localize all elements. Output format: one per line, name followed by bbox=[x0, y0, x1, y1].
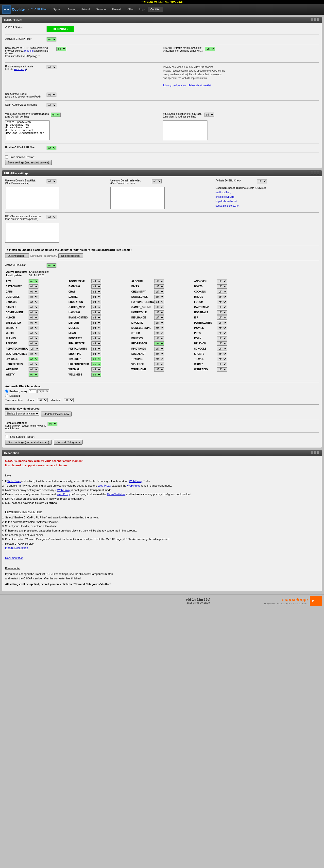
cat-webmail-toggle[interactable]: offon bbox=[92, 367, 101, 372]
cat-insurance-toggle[interactable]: offon bbox=[154, 315, 164, 320]
cat-bikes-toggle[interactable]: offon bbox=[154, 284, 164, 288]
cat-dating-toggle[interactable]: offon bbox=[92, 295, 101, 299]
web-proxy-link-4[interactable]: Web Proxy bbox=[127, 484, 140, 487]
hours-select[interactable]: 23 bbox=[38, 398, 47, 402]
web-proxy-link-2[interactable]: Web Proxy bbox=[129, 480, 142, 483]
cat-drugs-toggle[interactable]: offon bbox=[217, 295, 227, 299]
cat-lingerie-toggle[interactable]: offon bbox=[154, 321, 164, 325]
cat-music-toggle[interactable]: offon bbox=[29, 331, 38, 335]
cat-ringtones-toggle[interactable]: offon bbox=[154, 347, 164, 351]
cat-games-online-toggle[interactable]: offon bbox=[154, 305, 164, 309]
web-proxy-link-5[interactable]: Web Proxy bbox=[57, 489, 70, 492]
cat-planes-toggle[interactable]: offon bbox=[29, 336, 38, 340]
minutes-select[interactable]: 00 bbox=[64, 398, 74, 402]
cat-webphone-toggle[interactable]: offon bbox=[154, 367, 164, 372]
cat-fortunetelling-toggle[interactable]: offon bbox=[154, 300, 164, 304]
domain-blacklist-textarea[interactable] bbox=[5, 187, 59, 209]
cat-isp-toggle[interactable]: offon bbox=[217, 315, 227, 320]
cat-cars-toggle[interactable]: offon bbox=[29, 289, 38, 294]
dnsbl-link-2[interactable]: http.dnsbl.sorbs.net bbox=[216, 200, 237, 203]
cat-alcohol-toggle[interactable]: offon bbox=[154, 279, 164, 283]
auto-update-interval-input[interactable] bbox=[29, 389, 36, 393]
web-proxy-link-1[interactable]: Web Proxy bbox=[7, 480, 21, 483]
privacy-bookmarklet-link[interactable]: Privacy bookmarklet bbox=[188, 84, 211, 87]
url-filter-toggle[interactable]: onoff bbox=[46, 146, 57, 150]
cat-models-toggle[interactable]: offon bbox=[92, 326, 101, 330]
nav-services[interactable]: Services bbox=[94, 7, 109, 12]
auto-update-disabled-radio[interactable] bbox=[5, 394, 8, 397]
deny-http-toggle[interactable]: onoff bbox=[57, 46, 66, 51]
cat-military-toggle[interactable]: offon bbox=[29, 326, 38, 330]
cat-boats-toggle[interactable]: offon bbox=[217, 284, 227, 288]
url-filter-src-textarea[interactable] bbox=[5, 223, 59, 243]
cat-sports-toggle[interactable]: offon bbox=[217, 352, 227, 356]
cat-wellness-toggle[interactable]: onoff bbox=[92, 373, 101, 377]
cat-downloads-toggle[interactable]: offon bbox=[154, 295, 164, 299]
icap-save-button[interactable]: Save settings (and restart service) bbox=[5, 160, 52, 165]
cat-trading-toggle[interactable]: offon bbox=[154, 357, 164, 361]
cat-tracker-toggle[interactable]: onoff bbox=[92, 357, 101, 361]
nav-network[interactable]: Network bbox=[78, 7, 93, 12]
phishing-link[interactable]: phishing bbox=[24, 50, 34, 52]
dnsbl-link-0[interactable]: multi.surbl.org bbox=[216, 191, 231, 194]
download-source-select[interactable]: Shalla's Blacklist (private) bbox=[5, 411, 39, 416]
web-proxy-link-3[interactable]: Web Proxy bbox=[98, 484, 111, 487]
cat-schools-toggle[interactable]: offon bbox=[217, 347, 227, 351]
picture-desc-link[interactable]: Picture Description bbox=[5, 546, 28, 549]
auto-update-enabled-radio[interactable] bbox=[5, 390, 8, 393]
cat-travel-toggle[interactable]: offon bbox=[217, 357, 227, 361]
cat-remotecontrol-toggle[interactable]: offon bbox=[29, 347, 39, 351]
cat-shopping-toggle[interactable]: offon bbox=[92, 352, 101, 356]
nav-status[interactable]: Status bbox=[65, 7, 78, 12]
browse-button[interactable]: Durchsuchen... bbox=[5, 253, 29, 258]
cat-humor-toggle[interactable]: offon bbox=[29, 315, 38, 320]
url-filter-src-toggle[interactable]: offon bbox=[46, 215, 57, 219]
web-proxy-link-6[interactable]: Web Proxy bbox=[57, 493, 70, 496]
cat-anonvpn-toggle[interactable]: offon bbox=[217, 279, 227, 283]
nav-firewall[interactable]: Firewall bbox=[109, 7, 124, 12]
domain-whitelist-textarea[interactable] bbox=[110, 187, 165, 209]
update-blacklist-button[interactable]: Update Blacklist now bbox=[41, 411, 72, 416]
cat-moneylending-toggle[interactable]: offon bbox=[154, 326, 164, 330]
cat-forum-toggle[interactable]: offon bbox=[217, 300, 227, 304]
icap-skip-restart-checkbox[interactable] bbox=[5, 155, 8, 158]
cat-martialarts-toggle[interactable]: offon bbox=[217, 321, 227, 325]
cat-government-toggle[interactable]: offon bbox=[29, 310, 38, 314]
cat-searchengines-toggle[interactable]: offon bbox=[29, 352, 38, 356]
cat-homestyle-toggle[interactable]: offon bbox=[154, 310, 164, 314]
cat-other-toggle[interactable]: offon bbox=[154, 331, 164, 335]
cat-hacking-toggle[interactable]: offon bbox=[92, 310, 101, 314]
cat-education-toggle[interactable]: offon bbox=[92, 300, 101, 304]
cat-astronomy-toggle[interactable]: offon bbox=[29, 284, 38, 288]
cat-dynamic-toggle[interactable]: offon bbox=[29, 300, 38, 304]
cat-politics-toggle[interactable]: offon bbox=[154, 336, 164, 340]
cat-chat-toggle[interactable]: offon bbox=[92, 289, 101, 294]
nav-system[interactable]: System bbox=[51, 7, 65, 12]
cat-movies-toggle[interactable]: offon bbox=[217, 326, 227, 330]
domain-whitelist-toggle[interactable]: offon bbox=[152, 179, 161, 183]
nav-vpns[interactable]: VPNs bbox=[124, 7, 136, 12]
eicar-link[interactable]: Eicar-Testivirus bbox=[107, 493, 125, 496]
virus-scan-dest-textarea[interactable]: .avira-update.com db.de.clamav.net db.en… bbox=[5, 121, 49, 140]
url-filter-skip-restart-checkbox[interactable] bbox=[5, 435, 8, 438]
cat-chemistry-toggle[interactable]: offon bbox=[154, 289, 164, 294]
cat-aggressive-toggle[interactable]: offon bbox=[92, 279, 101, 283]
dnsbl-link-1[interactable]: dnsbl.proxybl.org bbox=[216, 195, 234, 198]
cat-updatesites-toggle[interactable]: offon bbox=[29, 362, 38, 366]
cat-realestate-toggle[interactable]: offon bbox=[92, 341, 101, 346]
privacy-config-link[interactable]: Privacy configuration bbox=[163, 84, 186, 87]
cat-spyware-toggle[interactable]: onoff bbox=[29, 357, 38, 361]
cat-library-toggle[interactable]: offon bbox=[92, 321, 101, 325]
template-settings-toggle[interactable]: onoff bbox=[47, 422, 58, 426]
cat-adv-toggle[interactable]: onoff bbox=[29, 279, 38, 283]
cat-jobsearch-toggle[interactable]: offon bbox=[29, 321, 38, 325]
scan-av-toggle[interactable]: offon bbox=[46, 103, 57, 107]
domain-blacklist-toggle[interactable]: offon bbox=[46, 179, 57, 183]
cat-gardening-toggle[interactable]: offon bbox=[217, 305, 227, 309]
cat-regressor-toggle[interactable]: onoff bbox=[154, 341, 164, 346]
web-proxy-link[interactable]: Web Proxy bbox=[14, 68, 26, 71]
dnsbl-link-3[interactable]: socks.dnsbl.sorbs.net bbox=[216, 205, 239, 207]
activate-filter-toggle[interactable]: onoff bbox=[46, 37, 57, 41]
cat-porn-toggle[interactable]: offon bbox=[217, 336, 227, 340]
transparent-toggle[interactable]: offon bbox=[46, 65, 57, 69]
